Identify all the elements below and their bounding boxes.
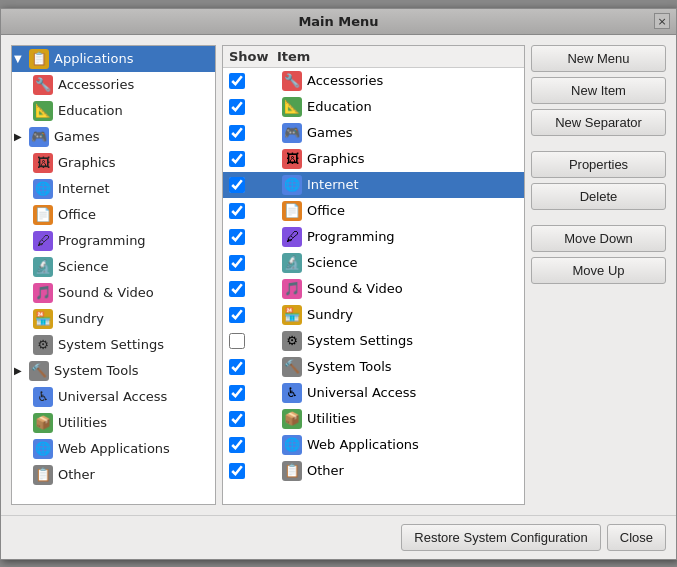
middle-row-programming[interactable]: 🖊Programming bbox=[223, 224, 524, 250]
check-cell-science bbox=[229, 255, 277, 271]
programming-icon: 🖊 bbox=[282, 227, 302, 247]
middle-row-webapps[interactable]: 🌐Web Applications bbox=[223, 432, 524, 458]
middle-row-soundvideo[interactable]: 🎵Sound & Video bbox=[223, 276, 524, 302]
checkbox-internet[interactable] bbox=[229, 177, 245, 193]
middle-row-office[interactable]: 📄Office bbox=[223, 198, 524, 224]
middle-row-sundry[interactable]: 🏪Sundry bbox=[223, 302, 524, 328]
middle-row-label: Sundry bbox=[307, 307, 353, 322]
move-down-button[interactable]: Move Down bbox=[531, 225, 666, 252]
delete-button[interactable]: Delete bbox=[531, 183, 666, 210]
middle-row-utilities[interactable]: 📦Utilities bbox=[223, 406, 524, 432]
middle-row-science[interactable]: 🔬Science bbox=[223, 250, 524, 276]
arrow-icon: ▼ bbox=[14, 53, 24, 64]
checkbox-other[interactable] bbox=[229, 463, 245, 479]
left-item-tools[interactable]: ▶🔨System Tools bbox=[12, 358, 215, 384]
settings-icon: ⚙ bbox=[282, 331, 302, 351]
window-title: Main Menu bbox=[298, 14, 378, 29]
left-item-utilities[interactable]: 📦Utilities bbox=[12, 410, 215, 436]
new-item-button[interactable]: New Item bbox=[531, 77, 666, 104]
checkbox-accessories[interactable] bbox=[229, 73, 245, 89]
left-item-accessories[interactable]: 🔧Accessories bbox=[12, 72, 215, 98]
check-cell-utilities bbox=[229, 411, 277, 427]
left-item-sundry[interactable]: 🏪Sundry bbox=[12, 306, 215, 332]
middle-panel: Show Item 🔧Accessories📐Education🎮Games🖼G… bbox=[222, 45, 525, 505]
middle-row-label: Web Applications bbox=[307, 437, 419, 452]
middle-row-games[interactable]: 🎮Games bbox=[223, 120, 524, 146]
left-item-applications[interactable]: ▼📋Applications bbox=[12, 46, 215, 72]
left-item-label: Sundry bbox=[58, 311, 104, 326]
close-button[interactable]: Close bbox=[607, 524, 666, 551]
office-icon: 📄 bbox=[282, 201, 302, 221]
checkbox-programming[interactable] bbox=[229, 229, 245, 245]
internet-icon: 🌐 bbox=[33, 179, 53, 199]
left-item-programming[interactable]: 🖊Programming bbox=[12, 228, 215, 254]
checkbox-soundvideo[interactable] bbox=[229, 281, 245, 297]
middle-row-label: Utilities bbox=[307, 411, 356, 426]
left-item-science[interactable]: 🔬Science bbox=[12, 254, 215, 280]
left-item-label: Internet bbox=[58, 181, 110, 196]
middle-row-other[interactable]: 📋Other bbox=[223, 458, 524, 484]
new-separator-button[interactable]: New Separator bbox=[531, 109, 666, 136]
checkbox-education[interactable] bbox=[229, 99, 245, 115]
middle-row-tools[interactable]: 🔨System Tools bbox=[223, 354, 524, 380]
middle-row-education[interactable]: 📐Education bbox=[223, 94, 524, 120]
titlebar: Main Menu × bbox=[1, 9, 676, 35]
middle-row-access[interactable]: ♿Universal Access bbox=[223, 380, 524, 406]
middle-row-label: Graphics bbox=[307, 151, 364, 166]
check-cell-accessories bbox=[229, 73, 277, 89]
checkbox-tools[interactable] bbox=[229, 359, 245, 375]
left-item-label: Programming bbox=[58, 233, 146, 248]
tools-icon: 🔨 bbox=[29, 361, 49, 381]
games-icon: 🎮 bbox=[282, 123, 302, 143]
checkbox-games[interactable] bbox=[229, 125, 245, 141]
left-item-games[interactable]: ▶🎮Games bbox=[12, 124, 215, 150]
move-up-button[interactable]: Move Up bbox=[531, 257, 666, 284]
left-item-internet[interactable]: 🌐Internet bbox=[12, 176, 215, 202]
checkbox-access[interactable] bbox=[229, 385, 245, 401]
office-icon: 📄 bbox=[33, 205, 53, 225]
left-item-label: Other bbox=[58, 467, 95, 482]
main-window: Main Menu × ▼📋Applications🔧Accessories📐E… bbox=[0, 8, 677, 560]
check-cell-other bbox=[229, 463, 277, 479]
left-item-label: Utilities bbox=[58, 415, 107, 430]
checkbox-settings[interactable] bbox=[229, 333, 245, 349]
left-item-settings[interactable]: ⚙System Settings bbox=[12, 332, 215, 358]
checkbox-science[interactable] bbox=[229, 255, 245, 271]
left-item-label: Graphics bbox=[58, 155, 115, 170]
middle-row-settings[interactable]: ⚙System Settings bbox=[223, 328, 524, 354]
left-item-label: System Tools bbox=[54, 363, 139, 378]
webapps-icon: 🌐 bbox=[282, 435, 302, 455]
check-cell-internet bbox=[229, 177, 277, 193]
check-cell-webapps bbox=[229, 437, 277, 453]
checkbox-webapps[interactable] bbox=[229, 437, 245, 453]
middle-row-label: Programming bbox=[307, 229, 395, 244]
left-item-soundvideo[interactable]: 🎵Sound & Video bbox=[12, 280, 215, 306]
left-panel: ▼📋Applications🔧Accessories📐Education▶🎮Ga… bbox=[11, 45, 216, 505]
left-item-graphics[interactable]: 🖼Graphics bbox=[12, 150, 215, 176]
middle-row-accessories[interactable]: 🔧Accessories bbox=[223, 68, 524, 94]
soundvideo-icon: 🎵 bbox=[282, 279, 302, 299]
accessories-icon: 🔧 bbox=[282, 71, 302, 91]
left-item-label: Accessories bbox=[58, 77, 134, 92]
checkbox-graphics[interactable] bbox=[229, 151, 245, 167]
new-menu-button[interactable]: New Menu bbox=[531, 45, 666, 72]
soundvideo-icon: 🎵 bbox=[33, 283, 53, 303]
left-item-label: Applications bbox=[54, 51, 133, 66]
left-item-access[interactable]: ♿Universal Access bbox=[12, 384, 215, 410]
sundry-icon: 🏪 bbox=[282, 305, 302, 325]
close-icon[interactable]: × bbox=[654, 13, 670, 29]
left-item-webapps[interactable]: 🌐Web Applications bbox=[12, 436, 215, 462]
middle-row-internet[interactable]: 🌐Internet bbox=[223, 172, 524, 198]
left-item-label: Games bbox=[54, 129, 99, 144]
checkbox-utilities[interactable] bbox=[229, 411, 245, 427]
left-item-other[interactable]: 📋Other bbox=[12, 462, 215, 488]
middle-row-label: Sound & Video bbox=[307, 281, 403, 296]
middle-row-graphics[interactable]: 🖼Graphics bbox=[223, 146, 524, 172]
checkbox-sundry[interactable] bbox=[229, 307, 245, 323]
checkbox-office[interactable] bbox=[229, 203, 245, 219]
left-item-office[interactable]: 📄Office bbox=[12, 202, 215, 228]
button-spacer bbox=[531, 215, 666, 220]
restore-button[interactable]: Restore System Configuration bbox=[401, 524, 600, 551]
properties-button[interactable]: Properties bbox=[531, 151, 666, 178]
left-item-education[interactable]: 📐Education bbox=[12, 98, 215, 124]
